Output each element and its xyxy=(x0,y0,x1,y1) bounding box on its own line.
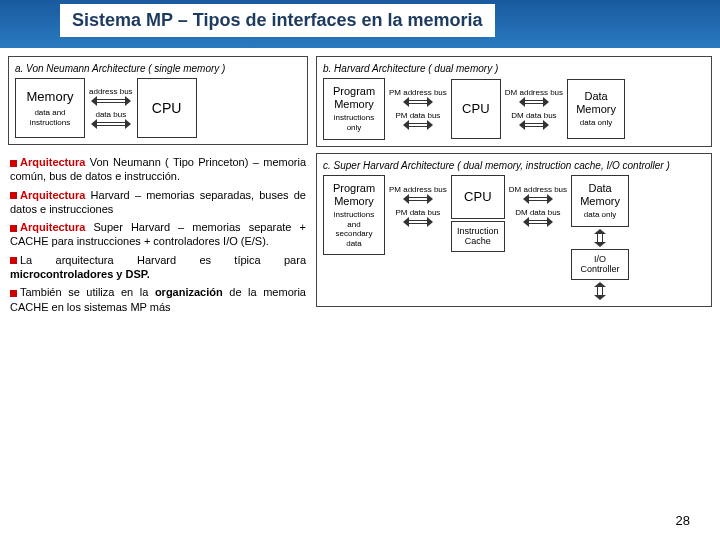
bus-group: address bus data bus xyxy=(89,87,133,129)
b2-key: Arquitectura xyxy=(20,189,85,201)
dmem-title: Data Memory xyxy=(572,90,620,116)
pm-addr-label: PM address bus xyxy=(389,88,447,97)
b5-c: de la xyxy=(223,286,263,298)
addr-bus-label: address bus xyxy=(89,87,133,96)
dmem-io-stack: Data Memory data only I/O Controller xyxy=(571,175,629,301)
diag-a-label: a. Von Neumann Architecture ( single mem… xyxy=(15,63,301,74)
b4-text: La arquitectura Harvard es típica para xyxy=(20,254,306,266)
pm-bus-group-c: PM address bus PM data bus xyxy=(389,185,447,227)
vert-arrow-icon xyxy=(594,282,606,300)
bullet-icon xyxy=(10,225,17,232)
memory-box: Memory data and instructions xyxy=(15,78,85,138)
dm-bus-group-c: DM address bus DM data bus xyxy=(509,185,567,227)
cache-box: Instruction Cache xyxy=(451,221,505,253)
diagram-harvard: b. Harvard Architecture ( dual memory ) … xyxy=(316,56,712,147)
memory-sub: data and instructions xyxy=(20,108,80,127)
pmem-box: Program Memory instructions only xyxy=(323,78,385,140)
cpu-box-c: CPU xyxy=(451,175,505,219)
slide-title: Sistema MP – Tipos de interfaces en la m… xyxy=(60,4,495,37)
pm-data-c: PM data bus xyxy=(395,208,440,217)
b4-key: microcontroladores y DSP. xyxy=(10,268,150,280)
diag-b-label: b. Harvard Architecture ( dual memory ) xyxy=(323,63,705,74)
bullet-icon xyxy=(10,290,17,297)
dm-addr-c: DM address bus xyxy=(509,185,567,194)
content-area: a. Von Neumann Architecture ( single mem… xyxy=(0,48,720,330)
pm-bus-group: PM address bus PM data bus xyxy=(389,88,447,130)
dmem-box: Data Memory data only xyxy=(567,79,625,139)
dm-bus-group: DM address bus DM data bus xyxy=(505,88,563,130)
dmem-sub-c: data only xyxy=(576,210,624,220)
dmem-box-c: Data Memory data only xyxy=(571,175,629,227)
page-number: 28 xyxy=(676,513,690,528)
pmem-box-c: Program Memory instructions and secondar… xyxy=(323,175,385,256)
bullet-icon xyxy=(10,160,17,167)
pmem-title-c: Program Memory xyxy=(328,182,380,208)
cpu-cache-stack: CPU Instruction Cache xyxy=(451,175,505,253)
b3-key: Arquitectura xyxy=(20,221,85,233)
pmem-title: Program Memory xyxy=(328,85,380,111)
dm-data-c: DM data bus xyxy=(515,208,560,217)
bullet-text: Arquitectura Von Neumann ( Tipo Princeto… xyxy=(8,151,308,322)
dm-data-label: DM data bus xyxy=(511,111,556,120)
diagram-von-neumann: a. Von Neumann Architecture ( single mem… xyxy=(8,56,308,145)
left-column: a. Von Neumann Architecture ( single mem… xyxy=(8,56,308,322)
pmem-sub-c: instructions and secondary data xyxy=(328,210,380,248)
cpu-box-b: CPU xyxy=(451,79,501,139)
diagram-super-harvard: c. Super Harvard Architecture ( dual mem… xyxy=(316,153,712,308)
dmem-sub: data only xyxy=(572,118,620,128)
io-box: I/O Controller xyxy=(571,249,629,281)
b5-text: También se utiliza en la xyxy=(20,286,155,298)
cpu-box: CPU xyxy=(137,78,197,138)
b1-key: Arquitectura xyxy=(20,156,85,168)
vert-arrow-icon xyxy=(594,229,606,247)
pm-data-label: PM data bus xyxy=(395,111,440,120)
data-bus-label: data bus xyxy=(95,110,126,119)
diag-c-label: c. Super Harvard Architecture ( dual mem… xyxy=(323,160,705,171)
bullet-icon xyxy=(10,257,17,264)
bullet-icon xyxy=(10,192,17,199)
pmem-sub: instructions only xyxy=(328,113,380,132)
pm-addr-c: PM address bus xyxy=(389,185,447,194)
b5-key: organización xyxy=(155,286,223,298)
right-column: b. Harvard Architecture ( dual memory ) … xyxy=(316,56,712,322)
memory-title: Memory xyxy=(20,89,80,105)
dm-addr-label: DM address bus xyxy=(505,88,563,97)
dmem-title-c: Data Memory xyxy=(576,182,624,208)
